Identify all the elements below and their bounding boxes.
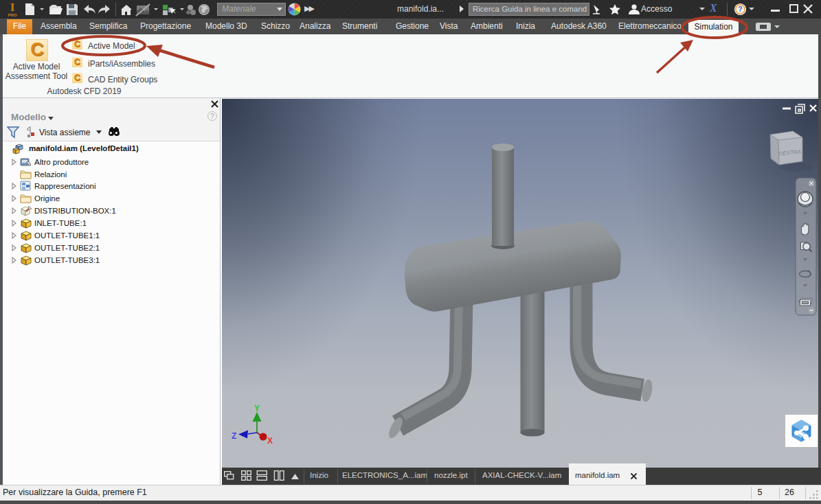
svg-text:?: ? [738, 5, 742, 13]
svg-text:X: X [267, 436, 273, 446]
svg-text:Z: Z [232, 431, 236, 441]
svg-text:Y: Y [254, 404, 260, 413]
